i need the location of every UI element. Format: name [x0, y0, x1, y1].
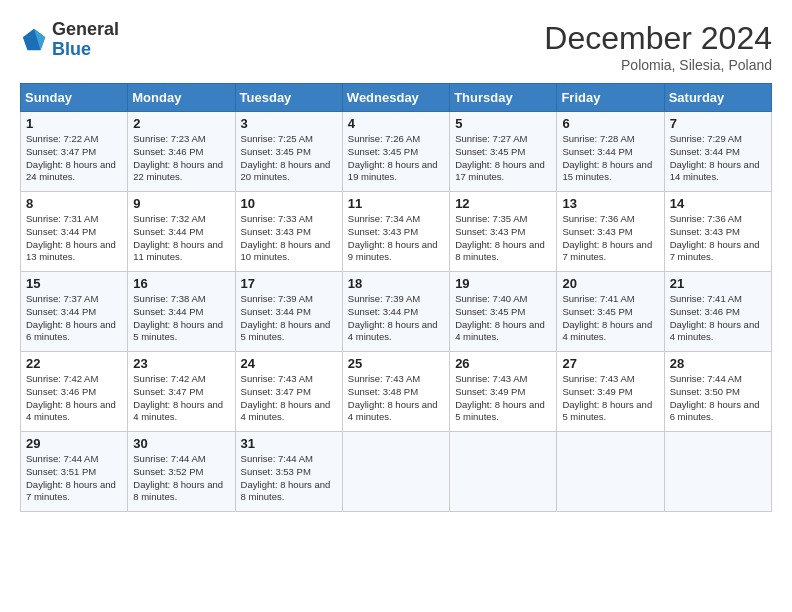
day-content: Sunrise: 7:41 AMSunset: 3:45 PMDaylight:…: [562, 293, 658, 344]
calendar-cell: [342, 432, 449, 512]
day-number: 11: [348, 196, 444, 211]
col-header-monday: Monday: [128, 84, 235, 112]
day-number: 3: [241, 116, 337, 131]
day-content: Sunrise: 7:31 AMSunset: 3:44 PMDaylight:…: [26, 213, 122, 264]
calendar-cell: 9Sunrise: 7:32 AMSunset: 3:44 PMDaylight…: [128, 192, 235, 272]
calendar-cell: 20Sunrise: 7:41 AMSunset: 3:45 PMDayligh…: [557, 272, 664, 352]
day-content: Sunrise: 7:44 AMSunset: 3:53 PMDaylight:…: [241, 453, 337, 504]
day-number: 2: [133, 116, 229, 131]
day-number: 16: [133, 276, 229, 291]
day-content: Sunrise: 7:37 AMSunset: 3:44 PMDaylight:…: [26, 293, 122, 344]
day-content: Sunrise: 7:36 AMSunset: 3:43 PMDaylight:…: [670, 213, 766, 264]
day-number: 22: [26, 356, 122, 371]
day-number: 12: [455, 196, 551, 211]
calendar-cell: 28Sunrise: 7:44 AMSunset: 3:50 PMDayligh…: [664, 352, 771, 432]
day-content: Sunrise: 7:26 AMSunset: 3:45 PMDaylight:…: [348, 133, 444, 184]
logo: General Blue: [20, 20, 119, 60]
calendar-cell: 31Sunrise: 7:44 AMSunset: 3:53 PMDayligh…: [235, 432, 342, 512]
month-title: December 2024: [544, 20, 772, 57]
day-content: Sunrise: 7:22 AMSunset: 3:47 PMDaylight:…: [26, 133, 122, 184]
calendar-table: SundayMondayTuesdayWednesdayThursdayFrid…: [20, 83, 772, 512]
day-number: 27: [562, 356, 658, 371]
day-content: Sunrise: 7:28 AMSunset: 3:44 PMDaylight:…: [562, 133, 658, 184]
day-number: 7: [670, 116, 766, 131]
calendar-cell: 15Sunrise: 7:37 AMSunset: 3:44 PMDayligh…: [21, 272, 128, 352]
calendar-cell: 2Sunrise: 7:23 AMSunset: 3:46 PMDaylight…: [128, 112, 235, 192]
day-number: 9: [133, 196, 229, 211]
calendar-cell: 30Sunrise: 7:44 AMSunset: 3:52 PMDayligh…: [128, 432, 235, 512]
calendar-cell: 13Sunrise: 7:36 AMSunset: 3:43 PMDayligh…: [557, 192, 664, 272]
day-content: Sunrise: 7:44 AMSunset: 3:50 PMDaylight:…: [670, 373, 766, 424]
calendar-header: SundayMondayTuesdayWednesdayThursdayFrid…: [21, 84, 772, 112]
day-number: 14: [670, 196, 766, 211]
calendar-week-2: 8Sunrise: 7:31 AMSunset: 3:44 PMDaylight…: [21, 192, 772, 272]
day-content: Sunrise: 7:34 AMSunset: 3:43 PMDaylight:…: [348, 213, 444, 264]
day-number: 20: [562, 276, 658, 291]
day-number: 19: [455, 276, 551, 291]
calendar-cell: 7Sunrise: 7:29 AMSunset: 3:44 PMDaylight…: [664, 112, 771, 192]
day-content: Sunrise: 7:43 AMSunset: 3:49 PMDaylight:…: [455, 373, 551, 424]
day-content: Sunrise: 7:23 AMSunset: 3:46 PMDaylight:…: [133, 133, 229, 184]
day-number: 23: [133, 356, 229, 371]
day-number: 8: [26, 196, 122, 211]
calendar-cell: 3Sunrise: 7:25 AMSunset: 3:45 PMDaylight…: [235, 112, 342, 192]
calendar-cell: 19Sunrise: 7:40 AMSunset: 3:45 PMDayligh…: [450, 272, 557, 352]
day-number: 10: [241, 196, 337, 211]
day-content: Sunrise: 7:33 AMSunset: 3:43 PMDaylight:…: [241, 213, 337, 264]
day-content: Sunrise: 7:41 AMSunset: 3:46 PMDaylight:…: [670, 293, 766, 344]
col-header-thursday: Thursday: [450, 84, 557, 112]
day-number: 4: [348, 116, 444, 131]
day-number: 18: [348, 276, 444, 291]
calendar-week-1: 1Sunrise: 7:22 AMSunset: 3:47 PMDaylight…: [21, 112, 772, 192]
day-content: Sunrise: 7:42 AMSunset: 3:46 PMDaylight:…: [26, 373, 122, 424]
day-content: Sunrise: 7:39 AMSunset: 3:44 PMDaylight:…: [348, 293, 444, 344]
calendar-cell: 23Sunrise: 7:42 AMSunset: 3:47 PMDayligh…: [128, 352, 235, 432]
calendar-cell: 14Sunrise: 7:36 AMSunset: 3:43 PMDayligh…: [664, 192, 771, 272]
day-number: 13: [562, 196, 658, 211]
day-content: Sunrise: 7:38 AMSunset: 3:44 PMDaylight:…: [133, 293, 229, 344]
day-content: Sunrise: 7:39 AMSunset: 3:44 PMDaylight:…: [241, 293, 337, 344]
calendar-cell: 29Sunrise: 7:44 AMSunset: 3:51 PMDayligh…: [21, 432, 128, 512]
col-header-tuesday: Tuesday: [235, 84, 342, 112]
day-content: Sunrise: 7:25 AMSunset: 3:45 PMDaylight:…: [241, 133, 337, 184]
location-subtitle: Polomia, Silesia, Poland: [544, 57, 772, 73]
day-number: 29: [26, 436, 122, 451]
day-number: 1: [26, 116, 122, 131]
day-content: Sunrise: 7:43 AMSunset: 3:48 PMDaylight:…: [348, 373, 444, 424]
calendar-cell: 17Sunrise: 7:39 AMSunset: 3:44 PMDayligh…: [235, 272, 342, 352]
calendar-cell: [664, 432, 771, 512]
calendar-cell: 10Sunrise: 7:33 AMSunset: 3:43 PMDayligh…: [235, 192, 342, 272]
day-number: 25: [348, 356, 444, 371]
calendar-cell: 4Sunrise: 7:26 AMSunset: 3:45 PMDaylight…: [342, 112, 449, 192]
day-number: 15: [26, 276, 122, 291]
page-header: General Blue December 2024 Polomia, Sile…: [20, 20, 772, 73]
calendar-cell: 26Sunrise: 7:43 AMSunset: 3:49 PMDayligh…: [450, 352, 557, 432]
calendar-cell: [450, 432, 557, 512]
day-number: 30: [133, 436, 229, 451]
col-header-sunday: Sunday: [21, 84, 128, 112]
calendar-cell: 12Sunrise: 7:35 AMSunset: 3:43 PMDayligh…: [450, 192, 557, 272]
calendar-cell: 27Sunrise: 7:43 AMSunset: 3:49 PMDayligh…: [557, 352, 664, 432]
day-number: 6: [562, 116, 658, 131]
col-header-wednesday: Wednesday: [342, 84, 449, 112]
day-number: 21: [670, 276, 766, 291]
col-header-saturday: Saturday: [664, 84, 771, 112]
day-number: 17: [241, 276, 337, 291]
day-content: Sunrise: 7:29 AMSunset: 3:44 PMDaylight:…: [670, 133, 766, 184]
logo-icon: [20, 26, 48, 54]
calendar-cell: 18Sunrise: 7:39 AMSunset: 3:44 PMDayligh…: [342, 272, 449, 352]
logo-text: General Blue: [52, 20, 119, 60]
title-block: December 2024 Polomia, Silesia, Poland: [544, 20, 772, 73]
col-header-friday: Friday: [557, 84, 664, 112]
day-content: Sunrise: 7:35 AMSunset: 3:43 PMDaylight:…: [455, 213, 551, 264]
calendar-week-5: 29Sunrise: 7:44 AMSunset: 3:51 PMDayligh…: [21, 432, 772, 512]
day-content: Sunrise: 7:44 AMSunset: 3:51 PMDaylight:…: [26, 453, 122, 504]
day-number: 26: [455, 356, 551, 371]
calendar-cell: 5Sunrise: 7:27 AMSunset: 3:45 PMDaylight…: [450, 112, 557, 192]
day-number: 5: [455, 116, 551, 131]
calendar-cell: 1Sunrise: 7:22 AMSunset: 3:47 PMDaylight…: [21, 112, 128, 192]
calendar-cell: 22Sunrise: 7:42 AMSunset: 3:46 PMDayligh…: [21, 352, 128, 432]
day-content: Sunrise: 7:32 AMSunset: 3:44 PMDaylight:…: [133, 213, 229, 264]
day-content: Sunrise: 7:43 AMSunset: 3:47 PMDaylight:…: [241, 373, 337, 424]
calendar-cell: 16Sunrise: 7:38 AMSunset: 3:44 PMDayligh…: [128, 272, 235, 352]
